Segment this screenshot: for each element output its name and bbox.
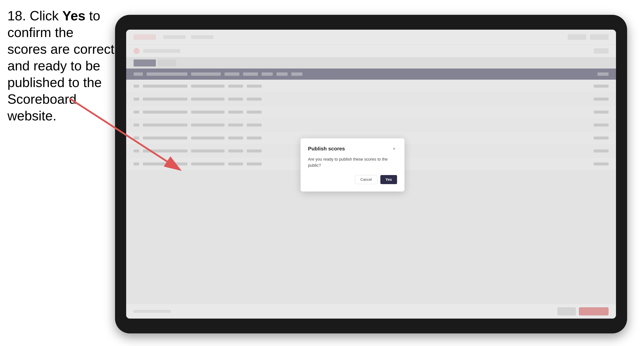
tablet-device: Publish scores × Are you ready to publis… (115, 15, 627, 334)
modal-close-button[interactable]: × (391, 146, 397, 152)
yes-button[interactable]: Yes (380, 175, 397, 184)
modal-overlay: Publish scores × Are you ready to publis… (126, 30, 616, 319)
modal-body-text: Are you ready to publish these scores to… (308, 156, 397, 168)
modal-header: Publish scores × (308, 146, 397, 152)
step-number: 18. (8, 8, 26, 23)
instruction-text: 18. Click Yes to confirm the scores are … (8, 7, 115, 124)
instruction-rest: to confirm the scores are correct and re… (8, 8, 114, 123)
modal-title: Publish scores (308, 146, 345, 152)
publish-scores-modal: Publish scores × Are you ready to publis… (300, 138, 404, 191)
modal-footer: Cancel Yes (308, 175, 397, 184)
instruction-bold: Yes (62, 8, 85, 23)
cancel-button[interactable]: Cancel (355, 175, 377, 184)
instruction-plain: Click (30, 8, 62, 23)
tablet-screen: Publish scores × Are you ready to publis… (126, 30, 616, 319)
